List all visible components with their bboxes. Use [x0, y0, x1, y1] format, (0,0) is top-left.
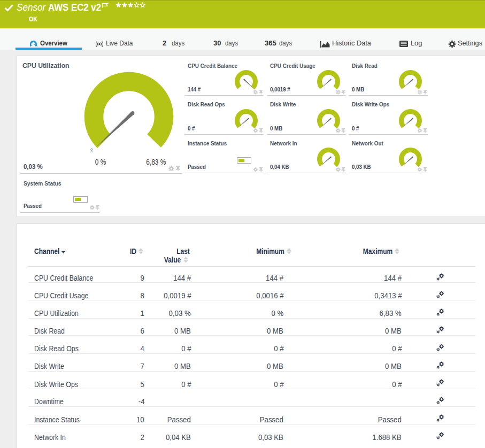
svg-text:x̄: x̄	[90, 147, 93, 153]
